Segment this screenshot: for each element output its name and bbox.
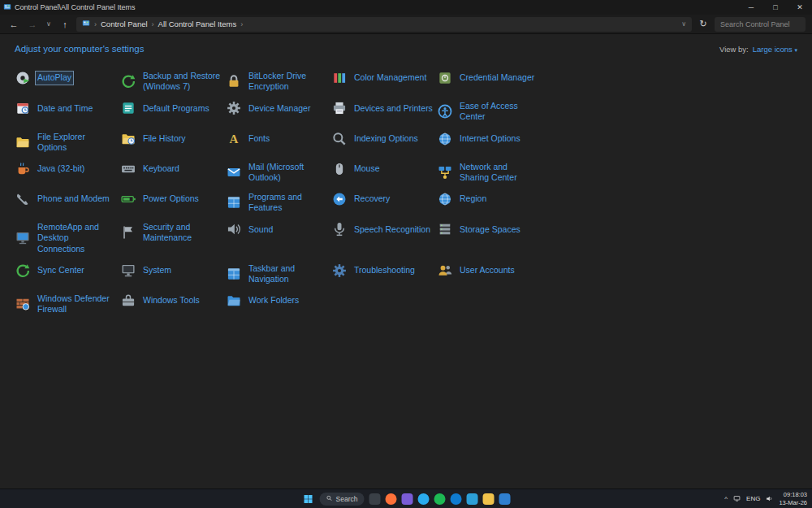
view-by-control: View by: Large icons ▾ — [719, 45, 797, 54]
control-panel-item[interactable]: AFonts — [226, 131, 329, 147]
control-panel-item[interactable]: Sync Center — [15, 263, 118, 279]
control-panel-item[interactable]: Devices and Printers — [331, 100, 434, 116]
control-panel-item[interactable]: Java (32-bit) — [15, 161, 118, 177]
control-panel-item[interactable]: Ease of Access Center — [437, 100, 540, 123]
start-button[interactable] — [302, 493, 315, 506]
tray-chevron-up-icon[interactable]: ^ — [724, 495, 728, 502]
control-panel-item-label: Region — [458, 193, 488, 205]
control-panel-item-label: Ease of Access Center — [458, 100, 540, 123]
control-panel-item[interactable]: Backup and Restore (Windows 7) — [120, 70, 223, 93]
control-panel-item-label: Troubleshooting — [352, 264, 417, 276]
up-button[interactable]: ↑ — [58, 20, 72, 29]
control-panel-item-label: System — [141, 264, 173, 276]
control-panel-item[interactable]: Indexing Options — [331, 131, 434, 147]
control-panel-item-label: RemoteApp and Desktop Connections — [36, 221, 118, 254]
view-by-dropdown[interactable]: Large icons ▾ — [753, 45, 797, 54]
control-panel-item[interactable]: Windows Tools — [120, 293, 223, 309]
control-panel-item[interactable]: Default Programs — [120, 100, 223, 116]
control-panel-item[interactable]: Credential Manager — [437, 70, 540, 86]
control-panel-item[interactable]: Speech Recognition — [331, 221, 434, 237]
control-panel-item[interactable]: AutoPlay — [15, 70, 118, 86]
control-panel-item[interactable]: Keyboard — [120, 161, 223, 177]
control-panel-item[interactable]: File Explorer Options — [15, 131, 118, 154]
address-bar[interactable]: › Control Panel › All Control Panel Item… — [76, 17, 692, 32]
tray-display-icon[interactable] — [733, 495, 741, 502]
control-panel-item[interactable]: Storage Spaces — [437, 221, 540, 237]
control-panel-item-label: Work Folders — [247, 294, 300, 306]
taskbar-app-3[interactable] — [417, 493, 429, 505]
control-panel-item[interactable]: Phone and Modem — [15, 191, 118, 207]
volume-icon[interactable] — [766, 495, 773, 502]
control-panel-item-label: Programs and Features — [247, 191, 329, 214]
control-panel-item-label: Mail (Microsoft Outlook) — [247, 161, 329, 184]
magnifier-icon — [331, 131, 348, 147]
control-panel-item[interactable]: Recovery — [331, 191, 434, 207]
control-panel-item[interactable]: System — [120, 263, 223, 279]
disc-icon — [15, 70, 31, 86]
control-panel-item[interactable]: Mail (Microsoft Outlook) — [226, 161, 329, 184]
taskbar-app-firefox[interactable] — [385, 493, 396, 505]
view-by-label: View by: — [719, 45, 749, 54]
control-panel-item[interactable]: User Accounts — [437, 263, 540, 279]
mic-icon — [331, 221, 348, 237]
control-panel-item[interactable]: Troubleshooting — [331, 263, 434, 279]
address-toolbar: ← → ∨ ↑ › Control Panel › All Control Pa… — [0, 15, 812, 34]
forward-button[interactable]: → — [25, 20, 40, 29]
folder-icon — [226, 293, 242, 309]
control-panel-item-label: Java (32-bit) — [36, 163, 86, 175]
globe-icon — [437, 191, 453, 207]
network-icon — [437, 164, 453, 180]
control-panel-item[interactable]: Work Folders — [226, 293, 329, 309]
control-panel-item[interactable]: Internet Options — [437, 131, 540, 147]
control-panel-item-label: Network and Sharing Center — [458, 161, 540, 184]
control-panel-item[interactable]: Device Manager — [226, 100, 329, 116]
maximize-button[interactable]: □ — [763, 0, 788, 15]
cup-icon — [15, 161, 31, 177]
breadcrumb-chevron: › — [240, 20, 243, 28]
taskbar-app-6[interactable] — [499, 493, 510, 505]
taskbar-app-4[interactable] — [434, 493, 445, 505]
taskbar-center: Search — [302, 489, 511, 508]
speaker-icon — [226, 221, 242, 237]
control-panel-item[interactable]: Programs and Features — [226, 191, 329, 214]
breadcrumb-all-items[interactable]: All Control Panel Items — [158, 20, 237, 28]
gear-icon — [331, 263, 348, 279]
taskbar-app-1[interactable] — [369, 493, 380, 505]
safe-icon — [437, 70, 453, 86]
minimize-button[interactable]: ─ — [739, 0, 763, 15]
taskbar-search[interactable]: Search — [320, 493, 365, 506]
printer-icon — [331, 100, 348, 116]
control-panel-item-label: Keyboard — [141, 163, 181, 175]
control-panel-item[interactable]: Mouse — [331, 161, 434, 177]
sync-icon — [15, 263, 31, 279]
history-dropdown-icon[interactable]: ∨ — [44, 20, 54, 28]
taskbar-app-edge[interactable] — [450, 493, 461, 505]
taskbar-app-explorer[interactable] — [482, 493, 494, 505]
breadcrumb-control-panel[interactable]: Control Panel — [101, 20, 148, 28]
address-location-icon — [82, 20, 90, 29]
control-panel-item[interactable]: Region — [437, 191, 540, 207]
control-panel-item[interactable]: File History — [120, 131, 223, 147]
main-content: Adjust your computer's settings View by:… — [0, 34, 812, 488]
tray-language[interactable]: ENG — [746, 495, 760, 502]
taskbar-app-5[interactable] — [466, 493, 477, 505]
back-button[interactable]: ← — [6, 20, 21, 29]
control-panel-item[interactable]: Power Options — [120, 191, 223, 207]
taskbar-app-2[interactable] — [401, 493, 412, 505]
control-panel-item[interactable]: RemoteApp and Desktop Connections — [15, 221, 118, 254]
taskbar-clock[interactable]: 09:18:03 13-Mar-26 — [779, 491, 807, 506]
control-panel-item[interactable]: Security and Maintenance — [120, 221, 223, 244]
control-panel-item[interactable]: Color Management — [331, 70, 434, 86]
control-panel-item[interactable]: BitLocker Drive Encryption — [226, 70, 329, 93]
refresh-button[interactable]: ↻ — [696, 19, 710, 29]
control-panel-item[interactable]: Network and Sharing Center — [437, 161, 540, 184]
address-dropdown-icon[interactable]: ∨ — [681, 20, 686, 28]
search-input[interactable] — [715, 17, 806, 32]
control-panel-item[interactable]: Taskbar and Navigation — [226, 263, 329, 285]
control-panel-item[interactable]: Sound — [226, 221, 329, 237]
breadcrumb-chevron: › — [94, 20, 97, 28]
control-panel-item[interactable]: Date and Time — [15, 100, 118, 116]
control-panel-item-label: Devices and Printers — [352, 102, 434, 115]
control-panel-item[interactable]: Windows Defender Firewall — [15, 293, 118, 315]
close-button[interactable]: ✕ — [788, 0, 812, 15]
